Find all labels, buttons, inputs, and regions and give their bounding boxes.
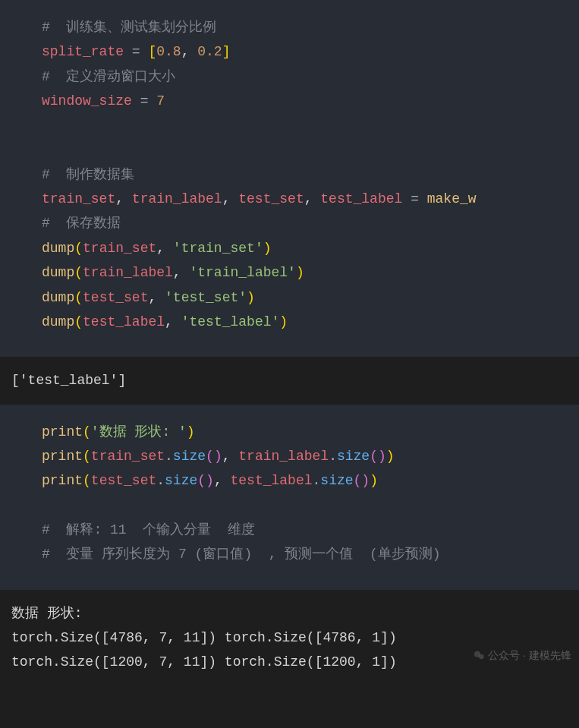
- fn-dump: dump: [42, 290, 74, 305]
- fn-dump: dump: [42, 241, 74, 256]
- comment: # 训练集、测试集划分比例: [42, 20, 216, 35]
- wechat-icon: [473, 649, 485, 661]
- output-line: 数据 形状:: [11, 606, 83, 621]
- watermark: 公众号 · 建模先锋: [473, 646, 571, 665]
- comment: # 定义滑动窗口大小: [42, 69, 175, 84]
- output-cell-2: 数据 形状: torch.Size([4786, 7, 11]) torch.S…: [0, 590, 579, 686]
- output-line: torch.Size([1200, 7, 11]) torch.Size([12…: [11, 654, 397, 670]
- svg-point-1: [479, 654, 484, 660]
- comment: # 变量 序列长度为 7 (窗口值) , 预测一个值 (单步预测): [42, 547, 441, 562]
- fn-print: print: [42, 424, 83, 440]
- fn-make: make_w: [427, 191, 477, 206]
- comment: # 解释: 11 个输入分量 维度: [42, 522, 255, 537]
- comment: # 制作数据集: [42, 167, 134, 182]
- fn-dump: dump: [42, 314, 74, 329]
- code-cell-1: # 训练集、测试集划分比例 split_rate = [0.8, 0.2] # …: [0, 0, 579, 357]
- fn-print: print: [42, 473, 83, 488]
- fn-dump: dump: [42, 265, 74, 280]
- var-split-rate: split_rate: [42, 44, 124, 59]
- fn-print: print: [42, 449, 83, 464]
- watermark-text: 公众号 · 建模先锋: [488, 646, 571, 665]
- comment: # 保存数据: [42, 216, 121, 231]
- output-text: ['test_label']: [11, 373, 126, 388]
- code-cell-2: print('数据 形状: ') print(train_set.size(),…: [0, 405, 579, 590]
- var-window-size: window_size: [42, 93, 132, 109]
- output-line: torch.Size([4786, 7, 11]) torch.Size([47…: [11, 630, 397, 645]
- output-cell-1: ['test_label']: [0, 357, 579, 404]
